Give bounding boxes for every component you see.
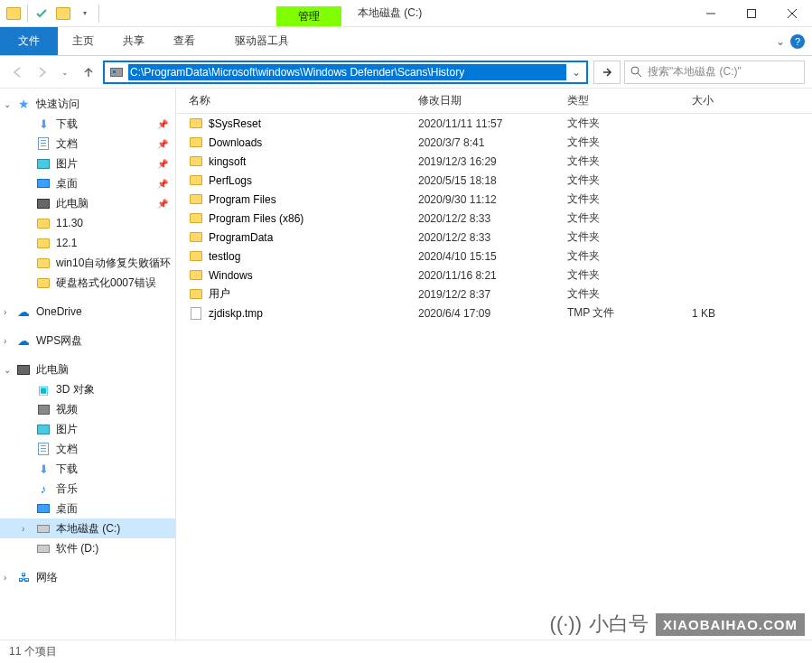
file-type: 文件夹 xyxy=(567,116,692,131)
sidebar-item[interactable]: 桌面 xyxy=(0,499,175,518)
column-type[interactable]: 类型 xyxy=(567,93,692,108)
sidebar-item[interactable]: ⬇下载📌 xyxy=(0,114,175,134)
expand-icon[interactable]: › xyxy=(4,336,14,346)
folder-icon xyxy=(189,230,203,245)
table-row[interactable]: $SysReset2020/11/11 11:57文件夹 xyxy=(176,114,812,133)
file-name: $SysReset xyxy=(209,117,261,130)
sidebar-item[interactable]: 文档 xyxy=(0,439,175,459)
sidebar-item[interactable]: 硬盘格式化0007错误 xyxy=(0,273,175,293)
file-type: 文件夹 xyxy=(567,154,692,169)
help-icon[interactable]: ? xyxy=(790,34,805,49)
table-row[interactable]: Program Files2020/9/30 11:12文件夹 xyxy=(176,190,812,209)
expand-icon[interactable]: ⌄ xyxy=(4,365,14,375)
file-type: 文件夹 xyxy=(567,173,692,188)
search-input[interactable]: 搜索"本地磁盘 (C:)" xyxy=(624,61,805,84)
table-row[interactable]: testlog2020/4/10 15:15文件夹 xyxy=(176,247,812,266)
sidebar-item[interactable]: 视频 xyxy=(0,399,175,419)
folder-icon xyxy=(36,256,51,270)
expand-icon[interactable]: › xyxy=(22,524,33,534)
expand-icon[interactable]: › xyxy=(4,573,14,583)
table-row[interactable]: zjdiskp.tmp2020/6/4 17:09TMP 文件1 KB xyxy=(176,303,812,322)
table-row[interactable]: 用户2019/12/2 8:37文件夹 xyxy=(176,285,812,303)
sidebar-item-label: 硬盘格式化0007错误 xyxy=(56,275,156,291)
ribbon-drivetools-tab[interactable]: 驱动器工具 xyxy=(220,27,303,55)
expand-icon[interactable]: ⌄ xyxy=(4,99,14,109)
sidebar-item-label: 12.1 xyxy=(56,237,77,249)
address-bar[interactable]: C:\ProgramData\Microsoft\windows\Windows… xyxy=(103,61,588,84)
maximize-button[interactable] xyxy=(731,0,771,27)
table-row[interactable]: Program Files (x86)2020/12/2 8:33文件夹 xyxy=(176,209,812,228)
qat-dropdown-icon[interactable]: ▾ xyxy=(75,4,95,23)
chevron-down-icon[interactable]: ⌄ xyxy=(776,35,785,48)
forward-button[interactable] xyxy=(31,61,52,83)
file-size: 1 KB xyxy=(692,307,773,320)
sidebar-item[interactable]: 桌面📌 xyxy=(0,173,175,193)
sidebar-item[interactable]: 此电脑📌 xyxy=(0,193,175,213)
ribbon-file-tab[interactable]: 文件 xyxy=(0,27,58,55)
file-name: Program Files (x86) xyxy=(209,212,303,225)
file-list[interactable]: 名称 修改日期 类型 大小 $SysReset2020/11/11 11:57文… xyxy=(176,89,812,640)
sidebar-item[interactable]: 12.1 xyxy=(0,233,175,253)
ribbon-view-tab[interactable]: 查看 xyxy=(159,27,210,55)
sidebar-item[interactable]: 11.30 xyxy=(0,213,175,233)
folder-icon[interactable] xyxy=(4,4,23,23)
broadcast-icon: ((·)) xyxy=(550,612,582,636)
table-row[interactable]: Windows2020/11/16 8:21文件夹 xyxy=(176,266,812,285)
sidebar-item-label: 此电脑 xyxy=(56,196,89,211)
status-bar: 11 个项目 xyxy=(0,640,812,663)
ribbon-share-tab[interactable]: 共享 xyxy=(108,27,159,55)
address-dropdown[interactable]: ⌄ xyxy=(566,66,586,79)
checkmark-icon[interactable] xyxy=(32,4,51,23)
file-type: 文件夹 xyxy=(567,248,692,264)
sidebar-item[interactable]: win10自动修复失败循环 xyxy=(0,253,175,273)
sidebar-item[interactable]: 软件 (D:) xyxy=(0,538,175,558)
sidebar-item[interactable]: 文档📌 xyxy=(0,134,175,154)
sidebar-item[interactable]: ›本地磁盘 (C:) xyxy=(0,518,175,538)
context-tab-manage[interactable]: 管理 xyxy=(276,6,341,26)
minimize-button[interactable] xyxy=(690,0,731,27)
separator xyxy=(98,5,99,23)
navigation-pane[interactable]: ⌄ ★ 快速访问 ⬇下载📌文档📌图片📌桌面📌此电脑📌11.3012.1win10… xyxy=(0,89,176,640)
sidebar-item-label: 图片 xyxy=(56,422,78,437)
sidebar-item[interactable]: 图片 xyxy=(0,419,175,439)
file-name: PerfLogs xyxy=(209,174,252,187)
column-size[interactable]: 大小 xyxy=(692,93,773,108)
sidebar-item-label: 11.30 xyxy=(56,217,83,229)
sidebar-onedrive[interactable]: › ☁ OneDrive xyxy=(0,302,175,322)
table-row[interactable]: Downloads2020/3/7 8:41文件夹 xyxy=(176,133,812,152)
recent-dropdown[interactable]: ⌄ xyxy=(54,61,76,83)
expand-icon[interactable]: › xyxy=(4,307,14,317)
folder-icon xyxy=(189,268,203,283)
column-name[interactable]: 名称 xyxy=(189,93,418,108)
table-row[interactable]: kingsoft2019/12/3 16:29文件夹 xyxy=(176,152,812,171)
qat-folder-icon[interactable] xyxy=(53,4,73,23)
file-type: 文件夹 xyxy=(567,286,692,302)
sidebar-item-label: 音乐 xyxy=(56,481,78,497)
close-button[interactable] xyxy=(771,0,812,27)
sidebar-item[interactable]: 图片📌 xyxy=(0,154,175,173)
sidebar-item[interactable]: ⬇下载 xyxy=(0,459,175,479)
file-type: 文件夹 xyxy=(567,135,692,150)
table-row[interactable]: ProgramData2020/12/2 8:33文件夹 xyxy=(176,228,812,247)
file-type: 文件夹 xyxy=(567,210,692,226)
back-button[interactable] xyxy=(7,61,29,83)
table-row[interactable]: PerfLogs2020/5/15 18:18文件夹 xyxy=(176,171,812,190)
ribbon: 文件 主页 共享 查看 驱动器工具 ⌄ ? xyxy=(0,27,812,56)
sidebar-wps[interactable]: › ☁ WPS网盘 xyxy=(0,331,175,350)
sidebar-network[interactable]: › 🖧 网络 xyxy=(0,567,175,587)
column-date[interactable]: 修改日期 xyxy=(418,93,567,108)
navigation-bar: ⌄ C:\ProgramData\Microsoft\windows\Windo… xyxy=(0,56,812,89)
sidebar-item[interactable]: ▣3D 对象 xyxy=(0,379,175,399)
desktop-icon xyxy=(36,501,51,516)
sidebar-this-pc[interactable]: ⌄ 此电脑 xyxy=(0,360,175,379)
sidebar-item-label: win10自动修复失败循环 xyxy=(56,256,171,271)
up-button[interactable] xyxy=(78,61,99,83)
go-button[interactable] xyxy=(593,61,621,84)
sidebar-item[interactable]: ♪音乐 xyxy=(0,479,175,499)
document-icon xyxy=(36,442,51,456)
folder-icon xyxy=(189,117,203,131)
sidebar-quick-access[interactable]: ⌄ ★ 快速访问 xyxy=(0,94,175,114)
ribbon-home-tab[interactable]: 主页 xyxy=(58,27,108,55)
sidebar-item-label: 3D 对象 xyxy=(56,382,95,397)
address-text[interactable]: C:\ProgramData\Microsoft\windows\Windows… xyxy=(128,64,566,80)
